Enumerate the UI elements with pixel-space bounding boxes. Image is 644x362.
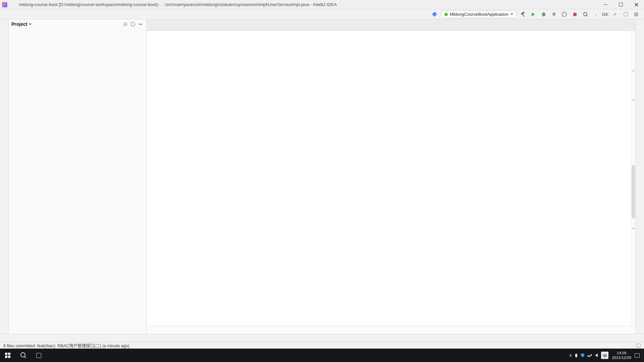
spring-boot-icon <box>444 13 448 16</box>
recent-clock-icon[interactable] <box>622 11 630 18</box>
profiler-icon[interactable] <box>560 11 569 18</box>
code-editor[interactable] <box>147 31 636 326</box>
list-icon[interactable] <box>632 11 640 18</box>
warning-stripe-mark[interactable] <box>632 70 635 71</box>
tray-expand-icon[interactable]: ∧ <box>569 353 572 358</box>
main-area: Project <box>0 19 644 334</box>
notification-center-icon[interactable] <box>635 353 640 358</box>
chevron-down-icon[interactable] <box>29 23 32 25</box>
coverage-icon[interactable] <box>550 11 558 18</box>
build-hammer-icon[interactable] <box>519 11 527 18</box>
warning-stripe-mark[interactable] <box>632 100 635 101</box>
git-label: Git: <box>602 12 609 17</box>
windows-logo-icon <box>5 353 10 358</box>
wand-icon[interactable] <box>431 11 439 18</box>
project-panel-header: Project <box>9 19 146 29</box>
project-panel: Project <box>9 19 147 334</box>
title-bar: mldong-course-boot [D:\mldong\course-wor… <box>0 0 644 9</box>
stop-icon[interactable] <box>571 11 579 18</box>
editor-scrollbar[interactable] <box>631 31 636 326</box>
windows-taskbar: ∧ 中 14:09 2021/12/29 <box>0 349 644 362</box>
lock-icon[interactable] <box>637 344 641 348</box>
window-controls <box>598 0 644 9</box>
start-button[interactable] <box>0 349 15 362</box>
clock-time: 14:09 <box>617 351 627 355</box>
volume-icon[interactable] <box>595 354 598 357</box>
left-tool-stripe <box>0 19 9 334</box>
navigation-bar: MldongCourseBootApplication ↓ Git: ✓ <box>0 9 644 19</box>
taskbar-search-icon[interactable] <box>15 349 31 362</box>
intellij-idea-window: mldong-course-boot [D:\mldong\course-wor… <box>0 0 644 362</box>
chevron-down-icon <box>511 13 513 15</box>
project-panel-title: Project <box>11 21 27 27</box>
security-shield-icon[interactable] <box>581 353 584 357</box>
minimize-icon[interactable] <box>598 0 613 9</box>
editor-tab-bar <box>147 19 636 31</box>
search-icon[interactable] <box>581 11 589 18</box>
hide-panel-icon[interactable] <box>138 21 144 27</box>
gear-icon[interactable] <box>130 21 136 27</box>
warning-stripe-mark[interactable] <box>632 228 635 229</box>
code-viewport <box>147 31 636 326</box>
vcs-commit-message: 6 files committed: feat(rbac): RBAC用户管理接… <box>3 342 627 349</box>
run-icon[interactable] <box>529 11 537 18</box>
mic-icon[interactable] <box>575 354 577 357</box>
close-icon[interactable] <box>629 0 644 9</box>
clock-date: 2021/12/29 <box>612 356 631 360</box>
right-tool-stripe <box>636 19 644 334</box>
editor-area <box>147 19 636 334</box>
scrollbar-thumb[interactable] <box>632 165 635 219</box>
window-title: mldong-course-boot [D:\mldong\course-wor… <box>19 2 598 7</box>
taskbar-clock[interactable]: 14:09 2021/12/29 <box>612 351 631 360</box>
editor-breadcrumb <box>147 326 636 334</box>
run-config-selector[interactable]: MldongCourseBootApplication <box>441 11 517 18</box>
input-method-indicator[interactable]: 中 <box>601 352 608 359</box>
network-icon[interactable] <box>588 354 592 357</box>
task-view-icon[interactable] <box>31 349 46 362</box>
run-config-label: MldongCourseBootApplication <box>450 12 508 17</box>
project-tree <box>9 29 146 334</box>
debug-icon[interactable] <box>540 11 548 18</box>
maximize-icon[interactable] <box>613 0 629 9</box>
git-commit-icon[interactable]: ✓ <box>611 11 619 18</box>
idea-logo-icon <box>2 2 7 7</box>
locate-file-icon[interactable] <box>122 21 128 27</box>
show-desktop-button[interactable] <box>642 349 644 362</box>
system-tray: ∧ 中 14:09 2021/12/29 <box>567 349 642 362</box>
toolbar-actions: MldongCourseBootApplication ↓ Git: ✓ <box>431 11 641 18</box>
git-update-icon[interactable]: ↓ <box>592 11 600 18</box>
tool-window-bar <box>0 334 644 342</box>
status-bar: 6 files committed: feat(rbac): RBAC用户管理接… <box>0 342 644 349</box>
